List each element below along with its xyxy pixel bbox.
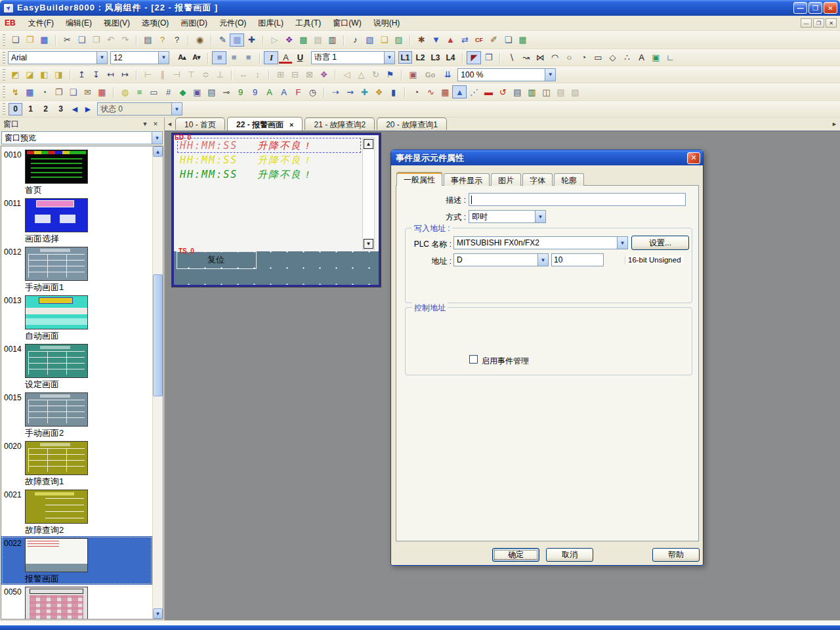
direct-online-icon[interactable]: ⇄ — [457, 33, 472, 47]
align-horizontal-center-icon[interactable]: ≎ — [198, 68, 213, 81]
dialog-tab[interactable]: 事件显示 — [444, 173, 490, 186]
flip-horizontal-icon[interactable]: ◁ — [339, 68, 354, 81]
copy-icon[interactable]: ❑ — [74, 33, 89, 47]
menu-item[interactable]: 编辑(E) — [60, 16, 98, 31]
chevron-down-icon[interactable]: ▼ — [545, 69, 555, 81]
save-icon[interactable]: ▦ — [37, 33, 51, 47]
same-width-icon[interactable]: ↔ — [236, 68, 250, 81]
cut-icon[interactable]: ✂ — [60, 33, 74, 47]
menu-item[interactable]: 说明(H) — [368, 16, 406, 31]
menu-item[interactable]: 画图(D) — [175, 16, 213, 31]
scale-icon[interactable]: ∴ — [620, 51, 634, 64]
data-transfer-icon[interactable]: ❑ — [66, 85, 80, 98]
cf-card-icon[interactable]: CF — [472, 33, 486, 47]
tab-close-icon[interactable]: × — [289, 121, 293, 129]
chevron-down-icon[interactable]: ▼ — [171, 103, 182, 115]
event-schedule-icon[interactable]: ▥ — [524, 85, 539, 98]
window-thumbnail[interactable] — [25, 587, 88, 620]
menu-item[interactable]: 工具(T) — [289, 16, 327, 31]
event-display-row[interactable]: HH:MM:SS 升降不良 ! — [180, 138, 310, 153]
font-family-combo[interactable]: Arial ▼ — [8, 51, 108, 64]
edit-macro-icon[interactable]: ✐ — [486, 33, 501, 47]
send-backward-icon[interactable]: ◨ — [51, 68, 66, 81]
ok-button[interactable]: 确定 — [492, 548, 539, 562]
dialog-title-bar[interactable]: 事件显示元件属性 ✕ — [391, 150, 703, 165]
function-key-icon[interactable]: ◆ — [175, 85, 190, 98]
event-display-row[interactable]: HH:MM:SS 升降不良 ! — [180, 167, 310, 182]
toggle-switch-icon[interactable]: ▣ — [190, 85, 204, 98]
toolbar-grip[interactable] — [3, 86, 5, 98]
window-preview-combo[interactable]: 窗口预览 ▼ — [1, 131, 163, 144]
window-thumbnail[interactable] — [25, 392, 88, 427]
address-value-input[interactable]: 10 — [551, 253, 604, 266]
language-level-2-button[interactable]: L2 — [413, 51, 427, 64]
child-restore-button[interactable]: ❐ — [813, 18, 824, 28]
rectangle-icon[interactable]: ▭ — [591, 51, 605, 64]
window-tree-icon[interactable]: ▥ — [325, 33, 339, 47]
mode-combo[interactable]: 即时 ▼ — [469, 210, 546, 223]
chevron-down-icon[interactable]: ▼ — [537, 254, 548, 266]
window-thumbnail[interactable] — [25, 441, 88, 475]
document-tab[interactable]: 21 - 故障查询2 — [304, 117, 375, 130]
dialog-tab[interactable]: 图片 — [491, 173, 521, 186]
redo-icon[interactable]: ↷ — [117, 33, 132, 47]
recipe-records-icon[interactable]: ▧ — [568, 85, 582, 98]
go-button[interactable]: Go — [420, 71, 440, 79]
fit-height-icon[interactable]: ⊠ — [302, 68, 316, 81]
next-state-button[interactable]: ▶ — [81, 103, 94, 116]
numeric-input-icon[interactable]: 9 — [247, 85, 262, 98]
state-1-button[interactable]: 1 — [24, 103, 37, 116]
window-thumbnail[interactable] — [25, 538, 88, 572]
child-minimize-button[interactable]: — — [801, 18, 812, 28]
fit-width-icon[interactable]: ⊟ — [287, 68, 302, 81]
menu-item[interactable]: 元件(O) — [213, 16, 252, 31]
bit-lamp-icon[interactable]: ◍ — [117, 85, 132, 98]
open-file-icon[interactable]: ❐ — [22, 33, 37, 47]
csv-export-icon[interactable]: ❏ — [501, 33, 515, 47]
multi-state-switch-icon[interactable]: ▤ — [204, 85, 219, 98]
macro-icon[interactable]: ▧ — [362, 33, 377, 47]
arc-icon[interactable]: ◠ — [547, 51, 562, 64]
scroll-up-icon[interactable]: ▲ — [153, 146, 163, 157]
window-preview-item[interactable]: 0010 首页 — [1, 148, 152, 196]
string-table-icon[interactable]: ▨ — [391, 33, 406, 47]
dialog-tab[interactable]: 一般属性 — [396, 172, 442, 186]
new-file-icon[interactable]: ❏ — [8, 33, 22, 47]
bar-graph-icon[interactable]: ▮ — [386, 85, 400, 98]
toolbar-grip[interactable] — [3, 103, 5, 115]
recipe-view-icon[interactable]: ◫ — [539, 85, 553, 98]
pie-icon[interactable]: ◔ — [576, 51, 591, 64]
font-enlarge-icon[interactable]: A▴ — [175, 51, 189, 64]
state-3-button[interactable]: 3 — [54, 103, 68, 116]
screen-frame-icon[interactable]: ∟ — [663, 51, 677, 64]
menu-item[interactable]: 文件(F) — [22, 16, 60, 31]
word-lamp-icon[interactable]: ≡ — [132, 85, 146, 98]
minimize-button[interactable]: — — [793, 2, 807, 14]
window-preview-item[interactable]: 0013 自动画面 — [1, 293, 152, 342]
document-tab[interactable]: 22 - 报警画面 × — [227, 117, 303, 131]
chevron-down-icon[interactable]: ▼ — [384, 52, 394, 64]
window-thumbnail[interactable] — [25, 490, 88, 524]
document-tab[interactable]: 10 - 首页 — [175, 117, 225, 130]
align-right-icon[interactable]: ≡ — [241, 51, 255, 64]
scrollbar-thumb[interactable] — [153, 274, 163, 396]
language-combo[interactable]: 语言 1 ▼ — [311, 51, 395, 64]
backup-icon[interactable]: ✉ — [80, 85, 94, 98]
window-copy-icon[interactable]: ▤ — [310, 33, 325, 47]
text-icon[interactable]: A — [634, 51, 648, 64]
paste-icon[interactable]: ❒ — [89, 33, 103, 47]
pen-edit-icon[interactable]: ✎ — [215, 33, 230, 47]
state-0-button[interactable]: 0 — [9, 103, 22, 116]
event-log-icon[interactable]: ▦ — [94, 85, 109, 98]
compile-icon[interactable]: ▩ — [296, 33, 310, 47]
zoom-combo[interactable]: 100 % ▼ — [457, 68, 556, 81]
dialog-close-icon[interactable]: ✕ — [687, 152, 700, 164]
toolbar-grip[interactable] — [3, 52, 5, 64]
sound-icon[interactable]: ♪ — [348, 33, 362, 47]
italic-icon[interactable]: I — [264, 51, 278, 64]
about-icon[interactable]: ? — [155, 33, 169, 47]
language-level-4-button[interactable]: L4 — [444, 51, 457, 64]
underline-icon[interactable]: U — [293, 51, 307, 64]
recipe-table-icon[interactable]: ▦ — [515, 33, 530, 47]
online-simulation-icon[interactable]: ❖ — [282, 33, 296, 47]
